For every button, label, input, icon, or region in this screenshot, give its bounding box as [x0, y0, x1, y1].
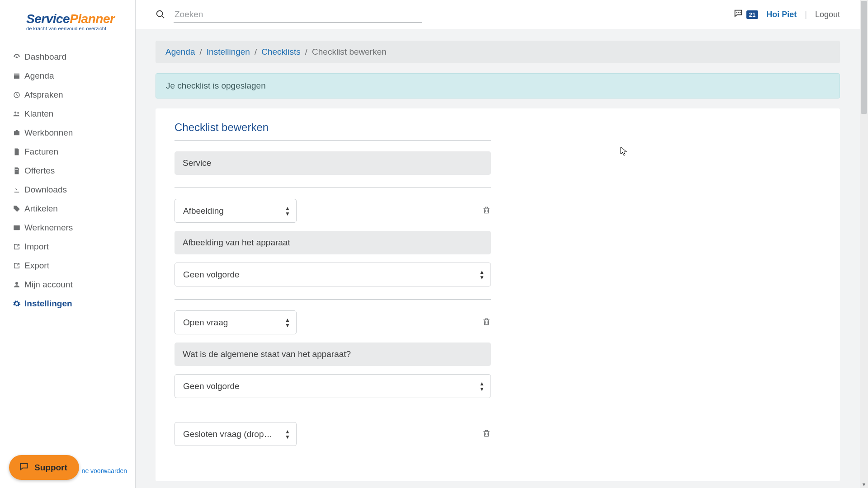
breadcrumb-agenda[interactable]: Agenda: [165, 47, 195, 57]
sidebar-item-label: Export: [24, 261, 49, 271]
divider: [175, 299, 491, 300]
sidebar-item-instellingen[interactable]: Instellingen: [0, 294, 135, 313]
file-alt-icon: [9, 167, 24, 175]
sidebar-item-label: Artikelen: [24, 204, 58, 214]
support-button[interactable]: Support: [9, 455, 79, 480]
logo-tagline: de kracht van eenvoud en overzicht: [26, 26, 135, 31]
sidebar: ServicePlanner de kracht van eenvoud en …: [0, 0, 136, 488]
gear-icon: [9, 300, 24, 308]
delete-item-button[interactable]: [482, 428, 491, 440]
main: 21 Hoi Piet | Logout Agenda / Instelling…: [136, 0, 860, 488]
sidebar-item-klanten[interactable]: Klanten: [0, 104, 135, 123]
svg-rect-3: [15, 169, 18, 170]
svg-rect-5: [14, 225, 20, 230]
divider: [175, 188, 491, 188]
sidebar-item-facturen[interactable]: Facturen: [0, 142, 135, 161]
sidebar-item-import[interactable]: Import: [0, 237, 135, 256]
breadcrumb-checklists[interactable]: Checklists: [261, 47, 301, 57]
scroll-down-arrow-icon[interactable]: ▼: [860, 482, 868, 487]
sidebar-item-label: Mijn account: [24, 280, 73, 290]
checklist-name-input[interactable]: [175, 151, 491, 175]
item-type-select[interactable]: Open vraag: [175, 310, 297, 334]
alert-text: Je checklist is opgeslagen: [166, 81, 266, 90]
topbar: 21 Hoi Piet | Logout: [136, 0, 860, 31]
breadcrumb-instellingen[interactable]: Instellingen: [207, 47, 250, 57]
id-card-icon: [9, 224, 24, 232]
svg-point-1: [14, 112, 17, 114]
sidebar-item-offertes[interactable]: Offertes: [0, 161, 135, 180]
briefcase-icon: [9, 129, 24, 137]
item-question-input[interactable]: [175, 343, 491, 366]
sidebar-item-label: Offertes: [24, 166, 55, 176]
sidebar-item-downloads[interactable]: Downloads: [0, 180, 135, 199]
search-wrap: [156, 7, 422, 23]
sidebar-item-label: Instellingen: [24, 299, 72, 309]
sidebar-item-label: Facturen: [24, 147, 58, 157]
support-label: Support: [34, 463, 67, 473]
sidebar-item-mijn-account[interactable]: Mijn account: [0, 275, 135, 294]
svg-point-2: [17, 112, 19, 114]
divider: [175, 411, 491, 411]
search-icon: [156, 9, 165, 19]
sidebar-item-label: Agenda: [24, 71, 54, 81]
topbar-right: 21 Hoi Piet | Logout: [733, 9, 840, 21]
sidebar-item-label: Import: [24, 242, 49, 252]
breadcrumb-sep: /: [200, 47, 202, 57]
svg-point-6: [15, 282, 18, 285]
message-icon: [733, 9, 744, 21]
sidebar-item-artikelen[interactable]: Artikelen: [0, 199, 135, 218]
messages-button[interactable]: 21: [733, 9, 758, 21]
sidebar-item-label: Werknemers: [24, 223, 73, 233]
tag-icon: [9, 205, 24, 213]
divider: [175, 140, 491, 141]
item-type-select[interactable]: Afbeelding: [175, 199, 297, 223]
success-alert: Je checklist is opgeslagen: [156, 73, 840, 99]
breadcrumb-sep: /: [255, 47, 257, 57]
sidebar-item-label: Klanten: [24, 109, 53, 119]
sidebar-item-label: Afspraken: [24, 90, 63, 100]
user-icon: [9, 281, 24, 289]
edit-checklist-panel: Checklist bewerken Afbeelding ▲▼: [156, 108, 840, 481]
user-greeting[interactable]: Hoi Piet: [766, 10, 797, 19]
delete-item-button[interactable]: [482, 317, 491, 328]
sidebar-item-label: Werkbonnen: [24, 128, 73, 138]
sidebar-item-export[interactable]: Export: [0, 256, 135, 275]
svg-rect-4: [15, 171, 18, 171]
download-icon: [9, 186, 24, 194]
import-icon: [9, 243, 24, 251]
item-question-input[interactable]: [175, 231, 491, 254]
breadcrumb-sep: /: [305, 47, 307, 57]
sidebar-item-werknemers[interactable]: Werknemers: [0, 218, 135, 237]
delete-item-button[interactable]: [482, 205, 491, 217]
breadcrumb: Agenda / Instellingen / Checklists / Che…: [156, 41, 840, 63]
search-input[interactable]: [174, 7, 422, 23]
clock-icon: [9, 91, 24, 99]
app-logo: ServicePlanner de kracht van eenvoud en …: [26, 13, 135, 31]
sidebar-item-dashboard[interactable]: Dashboard: [0, 47, 135, 66]
item-order-select[interactable]: Geen volgorde: [175, 263, 491, 286]
logo-word-1: Service: [26, 12, 70, 26]
content: Agenda / Instellingen / Checklists / Che…: [136, 31, 860, 481]
sidebar-item-werkbonnen[interactable]: Werkbonnen: [0, 123, 135, 142]
gauge-icon: [9, 53, 24, 61]
export-icon: [9, 262, 24, 270]
item-order-select[interactable]: Geen volgorde: [175, 374, 491, 398]
sidebar-item-agenda[interactable]: Agenda: [0, 66, 135, 85]
calendar-icon: [9, 72, 24, 80]
item-type-select[interactable]: Gesloten vraag (dropdown): [175, 422, 297, 446]
sidebar-nav: Dashboard Agenda Afspraken Klanten Werkb…: [0, 47, 135, 313]
logout-link[interactable]: Logout: [815, 10, 840, 19]
sidebar-item-label: Dashboard: [24, 52, 66, 62]
users-icon: [9, 110, 24, 118]
vertical-scrollbar[interactable]: ▲ ▼: [860, 0, 868, 488]
logo-word-2: Planner: [70, 12, 114, 26]
file-icon: [9, 148, 24, 156]
divider: |: [805, 10, 807, 19]
scrollbar-thumb[interactable]: [861, 1, 867, 114]
chat-bubble-icon: [19, 461, 29, 474]
sidebar-item-label: Downloads: [24, 185, 67, 195]
panel-title: Checklist bewerken: [175, 121, 491, 134]
breadcrumb-current: Checklist bewerken: [312, 47, 387, 57]
messages-count-badge: 21: [746, 10, 758, 19]
sidebar-item-afspraken[interactable]: Afspraken: [0, 85, 135, 104]
